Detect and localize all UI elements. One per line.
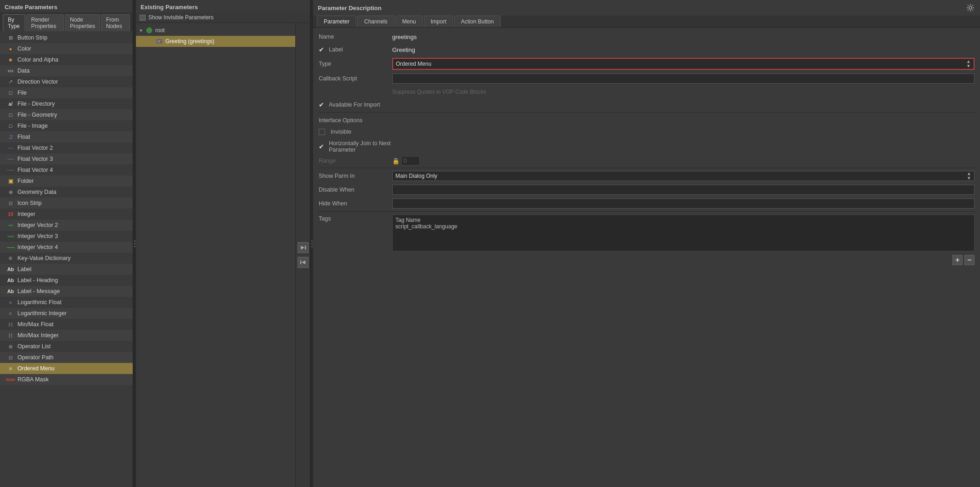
hide-when-input[interactable] xyxy=(392,198,974,209)
svg-line-17 xyxy=(972,10,973,11)
minmax-float-icon: [-] xyxy=(6,321,15,328)
tab-channels[interactable]: Channels xyxy=(357,16,394,27)
op-path-icon: ⊡ xyxy=(6,354,15,361)
rgba-mask-icon: RGBA xyxy=(6,376,15,383)
divider-dot xyxy=(134,240,135,242)
move-right-button[interactable] xyxy=(298,242,309,253)
tags-content: Tag Name script_callback_language xyxy=(392,215,974,251)
arrow-right-icon xyxy=(300,244,306,251)
list-item[interactable]: ──── Float Vector 4 xyxy=(0,164,133,176)
list-item[interactable]: ═══ Integer Vector 3 xyxy=(0,231,133,242)
show-parm-select[interactable]: Main Dialog Only ▲ ▼ xyxy=(392,171,974,181)
float-vec2-icon: ── xyxy=(6,145,15,151)
float-vec4-icon: ──── xyxy=(6,167,15,173)
show-invisible-checkbox[interactable] xyxy=(140,15,146,21)
tab-import[interactable]: Import xyxy=(424,16,453,27)
callback-input[interactable] xyxy=(392,74,974,84)
list-item[interactable]: 10 Integer xyxy=(0,209,133,220)
tab-parameter[interactable]: Parameter xyxy=(317,16,356,27)
list-item[interactable]: ≡ Logarithmic Float xyxy=(0,297,133,308)
show-invisible-label: Show Invisible Parameters xyxy=(148,14,214,21)
item-label: Ordered Menu xyxy=(17,365,55,372)
svg-rect-8 xyxy=(305,246,306,249)
list-item[interactable]: [·] Min/Max Integer xyxy=(0,330,133,341)
right-panel-title: Parameter Description xyxy=(318,5,962,11)
item-label: Float Vector 2 xyxy=(17,145,53,151)
invisible-checkbox[interactable] xyxy=(319,129,325,135)
label-icon: Ab xyxy=(6,266,15,272)
disable-when-row: Disable When xyxy=(318,183,975,197)
list-item[interactable]: ⊡ Icon Strip xyxy=(0,198,133,209)
tree-area: ▼ root xyxy=(136,23,295,487)
right-tab-bar: Parameter Channels Menu Import Action Bu… xyxy=(313,16,980,28)
param-icon-svg xyxy=(156,38,163,45)
middle-panel-title: Existing Parameters xyxy=(136,0,310,12)
list-item[interactable]: ≡ Logarithmic Integer xyxy=(0,308,133,319)
param-type-list: ⊞ Button Strip ● Color ◉ Color and Alpha… xyxy=(0,31,133,487)
tab-menu[interactable]: Menu xyxy=(395,16,423,27)
tree-root-item[interactable]: ▼ root xyxy=(136,25,295,36)
item-label: Min/Max Float xyxy=(17,321,54,328)
svg-line-19 xyxy=(968,10,969,11)
interface-options-header: Interface Options xyxy=(318,113,975,125)
list-item[interactable]: ▣ Folder xyxy=(0,176,133,187)
item-label: Logarithmic Float xyxy=(17,299,62,306)
tab-by-type[interactable]: By Type xyxy=(3,14,25,31)
suppress-row: Suppress Quotes in VOP Code Blocks xyxy=(318,85,975,98)
list-item-ordered-menu[interactable]: ≡ Ordered Menu xyxy=(0,363,133,374)
list-item[interactable]: ════ Integer Vector 4 xyxy=(0,242,133,253)
folder-icon: ▣ xyxy=(6,178,15,184)
list-item[interactable]: □ File - Geometry xyxy=(0,109,133,120)
list-item[interactable]: ⊕ Geometry Data xyxy=(0,187,133,198)
type-label: Type xyxy=(319,61,392,67)
list-item[interactable]: ● Color xyxy=(0,43,133,54)
list-item[interactable]: Ab Label xyxy=(0,264,133,275)
list-item[interactable]: .2 Float xyxy=(0,131,133,142)
invisible-text: Invisible xyxy=(331,129,351,135)
list-item[interactable]: ◉ Color and Alpha xyxy=(0,54,133,65)
integer-icon: 10 xyxy=(6,211,15,217)
kvd-icon: ⊞ xyxy=(6,255,15,261)
list-item[interactable]: ↗ Direction Vector xyxy=(0,76,133,87)
item-label: Color xyxy=(17,45,31,52)
add-tag-button[interactable]: + xyxy=(952,255,963,265)
list-item[interactable]: 101 Data xyxy=(0,65,133,76)
list-item[interactable]: □ File xyxy=(0,87,133,98)
list-item[interactable]: Ab Label - Heading xyxy=(0,275,133,286)
item-label: RGBA Mask xyxy=(17,376,49,383)
file-dir-icon: a/ xyxy=(6,101,15,107)
list-item[interactable]: ══ Integer Vector 2 xyxy=(0,220,133,231)
tab-node-props[interactable]: Node Properties xyxy=(65,14,100,31)
type-select[interactable]: Ordered Menu ▲ ▼ xyxy=(392,58,974,70)
range-label: Range xyxy=(319,158,392,164)
list-item[interactable]: ── Float Vector 2 xyxy=(0,142,133,153)
remove-tag-button[interactable]: − xyxy=(964,255,974,265)
svg-rect-9 xyxy=(300,260,301,264)
tree-greeting-item[interactable]: Greeting (greetings) xyxy=(136,36,295,47)
list-item[interactable]: RGBA RGBA Mask xyxy=(0,374,133,385)
left-panel-title: Create Parameters xyxy=(0,0,133,12)
list-item[interactable]: ⊡ Operator Path xyxy=(0,352,133,363)
move-left-button[interactable] xyxy=(298,257,309,268)
list-item[interactable]: ─── Float Vector 3 xyxy=(0,153,133,164)
tab-from-nodes[interactable]: From Nodes xyxy=(101,14,130,31)
list-item[interactable]: [-] Min/Max Float xyxy=(0,319,133,330)
svg-line-18 xyxy=(972,5,973,6)
range-input[interactable] xyxy=(401,156,420,165)
right-content: Name greetings ✔ Label Greeting Type Ord… xyxy=(313,28,980,487)
list-item[interactable]: ⊞ Button Strip xyxy=(0,32,133,43)
horiz-join-text: Horizontally Join to Next Parameter xyxy=(329,140,392,153)
file-img-icon: □ xyxy=(6,123,15,129)
list-item[interactable]: a/ File - Directory xyxy=(0,98,133,109)
disable-when-input[interactable] xyxy=(392,185,974,195)
list-item[interactable]: ⊞ Key-Value Dictionary xyxy=(0,253,133,264)
list-item[interactable]: □ File - Image xyxy=(0,120,133,131)
log-float-icon: ≡ xyxy=(6,299,15,306)
tab-action-button[interactable]: Action Button xyxy=(454,16,501,27)
list-item[interactable]: ⊞ Operator List xyxy=(0,341,133,352)
item-label: Icon Strip xyxy=(17,200,42,206)
tab-render-props[interactable]: Render Properties xyxy=(26,14,64,31)
list-item[interactable]: Ab Label - Message xyxy=(0,286,133,297)
gear-button[interactable] xyxy=(965,3,975,13)
middle-content: ▼ root xyxy=(136,23,310,487)
